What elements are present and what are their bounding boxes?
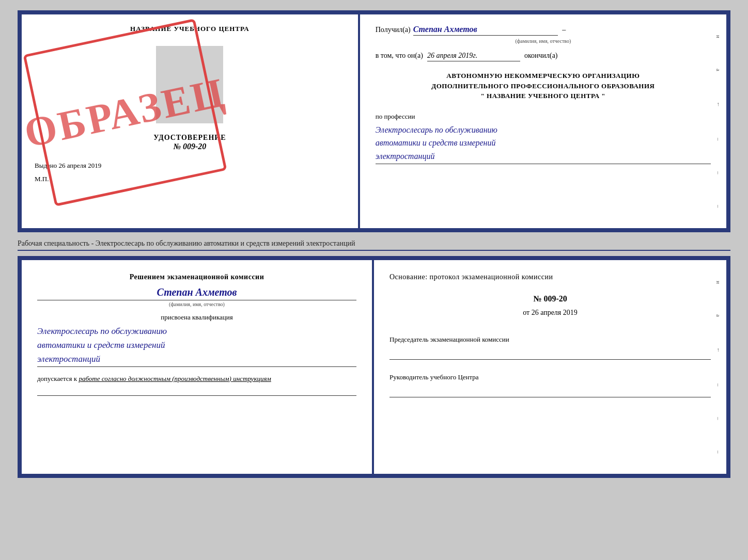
chairman-signature [389,349,711,360]
admitted-prefix: допускается к [37,375,77,382]
cert-title: УДОСТОВЕРЕНИЕ [153,134,226,142]
date-line: в том, что он(а) 26 апреля 2019г. окончи… [376,52,711,61]
org-line2: ДОПОЛНИТЕЛЬНОГО ПРОФЕССИОНАЛЬНОГО ОБРАЗО… [376,81,711,91]
cert-number: № 009-20 [173,142,206,151]
top-document: НАЗВАНИЕ УЧЕБНОГО ЦЕНТРА УДОСТОВЕРЕНИЕ №… [18,10,730,232]
org-line3: " НАЗВАНИЕ УЧЕБНОГО ЦЕНТРА " [376,91,711,101]
org-text: АВТОНОМНУЮ НЕКОММЕРЧЕСКУЮ ОРГАНИЗАЦИЮ ДО… [376,71,711,101]
receiver-line: Получил(а) Степан Ахметов – [376,25,711,36]
right-edge-marks-bottom: и а ← – – – [711,260,726,474]
photo-placeholder [156,46,223,123]
date-value: 26 апреля 2019г. [427,52,520,61]
issued-date: 26 апреля 2019 [59,162,102,169]
subtitle-bar: Рабочая специальность - Электрослесарь п… [18,237,730,251]
date-prefix: в том, что он(а) [376,52,423,60]
profession-label: по профессии [376,113,711,121]
org-line1: АВТОНОМНУЮ НЕКОММЕРЧЕСКУЮ ОРГАНИЗАЦИЮ [376,71,711,81]
admitted-text: допускается к работе согласно должностны… [37,375,356,383]
qualification-text: Электрослесарь по обслуживанию автоматик… [37,324,356,367]
mp-line: М.П. [35,175,49,183]
profession-value: Электрослесарь по обслуживанию автоматик… [376,123,711,165]
receiver-name: Степан Ахметов [413,25,558,36]
right-panel: Получил(а) Степан Ахметов – (фамилия, им… [360,14,726,228]
right-edge-marks: и а ← – – – [711,14,726,228]
protocol-date: от 26 апреля 2019 [389,309,711,317]
head-signature [389,387,711,397]
profession-line3: электростанций [376,150,711,163]
bottom-left-panel: Решением экзаменационной комиссии Степан… [22,260,374,474]
assigned-label: присвоена квалификация [37,313,356,322]
bottom-document: Решением экзаменационной комиссии Степан… [18,256,730,478]
left-panel: НАЗВАНИЕ УЧЕБНОГО ЦЕНТРА УДОСТОВЕРЕНИЕ №… [22,14,360,228]
chairman-label: Председатель экзаменационной комиссии [389,335,711,344]
protocol-date-prefix: от [523,309,529,316]
protocol-date-value: 26 апреля 2019 [532,309,578,316]
profession-line2: автоматики и средств измерений [376,136,711,150]
qual-line3: электростанций [37,352,356,366]
school-name-top: НАЗВАНИЕ УЧЕБНОГО ЦЕНТРА [130,25,250,33]
qual-line2: автоматики и средств измерений [37,338,356,352]
head-label: Руководитель учебного Центра [389,373,711,382]
admitted-value: работе согласно должностным (производств… [79,375,271,382]
date-suffix: окончил(а) [524,52,558,60]
qual-line1: Электрослесарь по обслуживанию [37,324,356,338]
issued-line: Выдано 26 апреля 2019 [35,162,101,170]
protocol-number: № 009-20 [389,294,711,303]
bottom-right-panel: Основание: протокол экзаменационной коми… [374,260,726,474]
basis-title: Основание: протокол экзаменационной коми… [389,273,711,281]
profession-line1: Электрослесарь по обслуживанию [376,123,711,137]
person-sublabel: (фамилия, имя, отчество) [37,301,356,307]
commission-title: Решением экзаменационной комиссии [37,273,356,281]
person-name-large: Степан Ахметов [37,286,356,300]
receiver-sublabel: (фамилия, имя, отчество) [376,38,711,44]
signature-line-bottom-left [37,386,356,396]
document-container: НАЗВАНИЕ УЧЕБНОГО ЦЕНТРА УДОСТОВЕРЕНИЕ №… [18,10,730,478]
issued-label: Выдано [35,162,57,169]
receiver-prefix: Получил(а) [376,26,411,34]
